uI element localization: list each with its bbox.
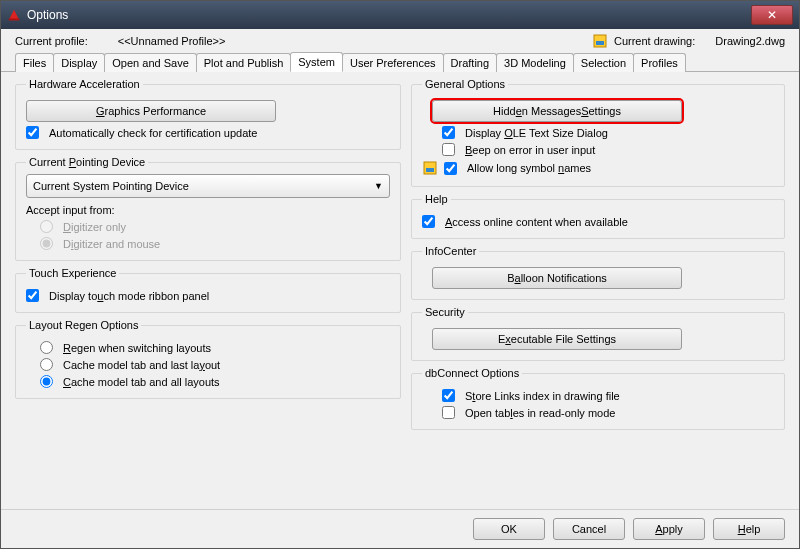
beep-error-label: Beep on error in user input xyxy=(465,144,595,156)
ole-text-size-checkbox[interactable] xyxy=(442,126,455,139)
tab-profiles[interactable]: Profiles xyxy=(633,53,686,72)
long-symbol-names-checkbox[interactable] xyxy=(444,162,457,175)
digitizer-only-label: Digitizer only xyxy=(63,221,126,233)
auto-cert-update-label: Automatically check for certification up… xyxy=(49,127,258,139)
regen-switching-label: Regen when switching layouts xyxy=(63,342,211,354)
cache-all-radio[interactable] xyxy=(40,375,53,388)
apply-button[interactable]: Apply xyxy=(633,518,705,540)
group-hardware-acceleration: Hardware Acceleration Graphics Performan… xyxy=(15,78,401,150)
tab-selection[interactable]: Selection xyxy=(573,53,634,72)
digitizer-mouse-radio xyxy=(40,237,53,250)
right-column: General Options Hidden Messages Settings… xyxy=(411,78,785,505)
current-profile-value: <<Unnamed Profile>> xyxy=(118,35,226,47)
current-drawing-value: Drawing2.dwg xyxy=(715,35,785,47)
legend-security: Security xyxy=(422,306,468,318)
drawing-small-icon xyxy=(422,160,438,176)
tab-user-preferences[interactable]: User Preferences xyxy=(342,53,444,72)
group-general-options: General Options Hidden Messages Settings… xyxy=(411,78,785,187)
close-icon: ✕ xyxy=(767,9,777,21)
long-symbol-names-label: Allow long symbol names xyxy=(467,162,591,174)
legend-dbconnect: dbConnect Options xyxy=(422,367,522,379)
readonly-tables-checkbox[interactable] xyxy=(442,406,455,419)
tab-plot-and-publish[interactable]: Plot and Publish xyxy=(196,53,292,72)
profile-info-row: Current profile: <<Unnamed Profile>> Cur… xyxy=(1,29,799,51)
group-dbconnect: dbConnect Options Store Links index in d… xyxy=(411,367,785,430)
readonly-tables-label: Open tables in read-only mode xyxy=(465,407,615,419)
legend-pointing-device: Current Pointing Device xyxy=(26,156,148,168)
tab-drafting[interactable]: Drafting xyxy=(443,53,498,72)
cache-last-radio[interactable] xyxy=(40,358,53,371)
group-touch-experience: Touch Experience Display touch mode ribb… xyxy=(15,267,401,313)
group-layout-regen: Layout Regen Options Regen when switchin… xyxy=(15,319,401,399)
tab-body: Hardware Acceleration Graphics Performan… xyxy=(1,72,799,509)
window-title: Options xyxy=(27,8,751,22)
digitizer-mouse-label: Digitizer and mouse xyxy=(63,238,160,250)
legend-layout-regen: Layout Regen Options xyxy=(26,319,141,331)
svg-rect-1 xyxy=(9,19,20,21)
legend-hardware-acceleration: Hardware Acceleration xyxy=(26,78,143,90)
ok-button[interactable]: OK xyxy=(473,518,545,540)
current-drawing-label: Current drawing: xyxy=(614,35,695,47)
auto-cert-update-checkbox[interactable] xyxy=(26,126,39,139)
group-help: Help Access online content when availabl… xyxy=(411,193,785,239)
svg-rect-5 xyxy=(426,168,434,172)
titlebar[interactable]: Options ✕ xyxy=(1,1,799,29)
touch-mode-checkbox[interactable] xyxy=(26,289,39,302)
pointing-device-select[interactable]: Current System Pointing Device ▼ xyxy=(26,174,390,198)
online-content-checkbox[interactable] xyxy=(422,215,435,228)
pointing-device-value: Current System Pointing Device xyxy=(33,180,189,192)
app-icon xyxy=(7,8,21,22)
chevron-down-icon: ▼ xyxy=(374,181,383,191)
drawing-icon xyxy=(592,33,608,49)
group-infocenter: InfoCenter Balloon Notifications xyxy=(411,245,785,300)
graphics-performance-button[interactable]: Graphics Performance xyxy=(26,100,276,122)
tab-display[interactable]: Display xyxy=(53,53,105,72)
cache-all-label: Cache model tab and all layouts xyxy=(63,376,220,388)
tab-open-and-save[interactable]: Open and Save xyxy=(104,53,196,72)
legend-help: Help xyxy=(422,193,451,205)
cache-last-label: Cache model tab and last layout xyxy=(63,359,220,371)
tab-bar: Files Display Open and Save Plot and Pub… xyxy=(1,51,799,72)
tab-3d-modeling[interactable]: 3D Modeling xyxy=(496,53,574,72)
online-content-label: Access online content when available xyxy=(445,216,628,228)
legend-touch-experience: Touch Experience xyxy=(26,267,119,279)
digitizer-only-radio xyxy=(40,220,53,233)
beep-error-checkbox[interactable] xyxy=(442,143,455,156)
svg-rect-3 xyxy=(596,41,604,45)
accept-input-label: Accept input from: xyxy=(26,204,390,216)
legend-infocenter: InfoCenter xyxy=(422,245,479,257)
tab-files[interactable]: Files xyxy=(15,53,54,72)
group-security: Security Executable File Settings xyxy=(411,306,785,361)
ole-text-size-label: Display OLE Text Size Dialog xyxy=(465,127,608,139)
hidden-messages-settings-button[interactable]: Hidden Messages Settings xyxy=(432,100,682,122)
regen-switching-radio[interactable] xyxy=(40,341,53,354)
options-dialog: Options ✕ Current profile: <<Unnamed Pro… xyxy=(0,0,800,549)
executable-file-settings-button[interactable]: Executable File Settings xyxy=(432,328,682,350)
cancel-button[interactable]: Cancel xyxy=(553,518,625,540)
dialog-footer: OK Cancel Apply Help xyxy=(1,509,799,548)
help-button[interactable]: Help xyxy=(713,518,785,540)
group-pointing-device: Current Pointing Device Current System P… xyxy=(15,156,401,261)
store-links-label: Store Links index in drawing file xyxy=(465,390,620,402)
balloon-notifications-button[interactable]: Balloon Notifications xyxy=(432,267,682,289)
store-links-checkbox[interactable] xyxy=(442,389,455,402)
close-button[interactable]: ✕ xyxy=(751,5,793,25)
tab-system[interactable]: System xyxy=(290,52,343,72)
current-profile-label: Current profile: xyxy=(15,35,88,47)
touch-mode-label: Display touch mode ribbon panel xyxy=(49,290,209,302)
left-column: Hardware Acceleration Graphics Performan… xyxy=(15,78,401,505)
legend-general-options: General Options xyxy=(422,78,508,90)
